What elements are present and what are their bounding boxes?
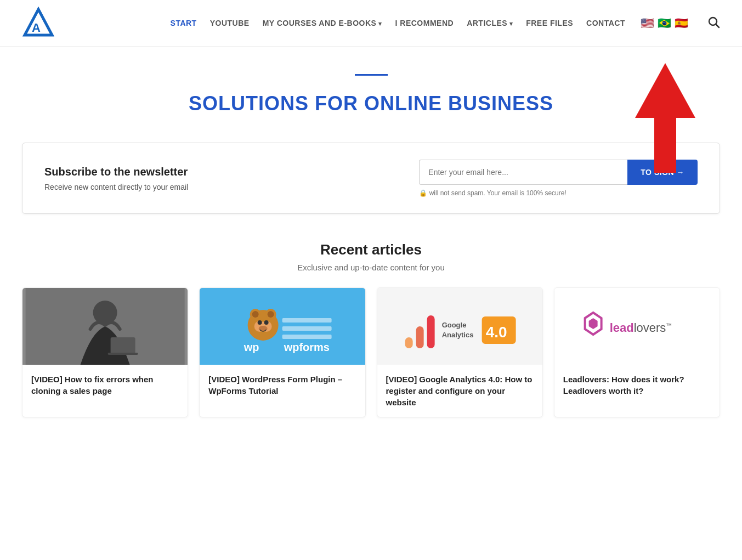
svg-text:leadlovers™: leadlovers™	[609, 321, 672, 335]
svg-text:wpforms: wpforms	[284, 341, 330, 353]
language-flags: 🇺🇸 🇧🇷 🇪🇸	[641, 16, 688, 30]
article-title-4: Leadlovers: How does it work? Leadlovers…	[563, 374, 711, 397]
article-title-3: [VIDEO] Google Analytics 4.0: How to reg…	[386, 374, 534, 408]
newsletter-section: Subscribe to the newsletter Receive new …	[22, 143, 720, 214]
recent-articles-title: Recent articles	[22, 241, 720, 258]
svg-rect-9	[26, 288, 185, 365]
nav-free-files[interactable]: FREE FILES	[526, 19, 573, 27]
recent-articles-section: Recent articles Exclusive and up-to-date…	[0, 230, 742, 439]
svg-rect-21	[282, 318, 332, 323]
article-body-1: [VIDEO] How to fix errors when cloning a…	[22, 365, 188, 405]
svg-text:Analytics: Analytics	[441, 331, 473, 339]
nav-youtube[interactable]: YOUTUBE	[210, 19, 250, 27]
svg-marker-4	[635, 63, 695, 173]
article-body-3: [VIDEO] Google Analytics 4.0: How to reg…	[377, 365, 542, 417]
header: A START YOUTUBE MY COURSES AND E-BOOKS I…	[0, 0, 742, 47]
red-arrow	[632, 58, 698, 180]
svg-point-19	[264, 320, 269, 325]
article-image-1	[22, 288, 188, 365]
article-image-3: Google Analytics 4.0	[377, 288, 542, 365]
logo[interactable]: A	[22, 7, 55, 39]
flag-br[interactable]: 🇧🇷	[658, 16, 671, 30]
article-image-2: wpforms wp	[200, 288, 365, 365]
svg-text:Google: Google	[441, 321, 466, 329]
flag-es[interactable]: 🇪🇸	[675, 16, 688, 30]
newsletter-heading: Subscribe to the newsletter	[44, 166, 188, 178]
flag-us[interactable]: 🇺🇸	[641, 16, 654, 30]
nav-articles[interactable]: ARTICLES	[467, 19, 513, 27]
svg-rect-29	[427, 315, 434, 348]
newsletter-subtext: Receive new content directly to your ema…	[44, 183, 188, 191]
svg-rect-22	[282, 326, 332, 331]
svg-point-15	[268, 311, 274, 318]
svg-point-20	[259, 326, 268, 331]
article-image-4: leadlovers™	[554, 288, 720, 365]
search-icon[interactable]	[707, 15, 720, 31]
svg-rect-28	[416, 326, 423, 348]
svg-rect-10	[203, 288, 362, 365]
newsletter-text: Subscribe to the newsletter Receive new …	[44, 166, 188, 191]
nav-contact[interactable]: CONTACT	[586, 19, 625, 27]
recent-articles-subtitle: Exclusive and up-to-date content for you	[22, 263, 720, 272]
svg-point-14	[252, 311, 259, 318]
main-nav: START YOUTUBE MY COURSES AND E-BOOKS I R…	[171, 15, 720, 31]
newsletter-security-text: 🔒 will not send spam. Your email is 100%…	[419, 189, 566, 197]
newsletter-email-input[interactable]	[419, 160, 627, 185]
article-body-4: Leadlovers: How does it work? Leadlovers…	[554, 365, 720, 405]
nav-courses[interactable]: MY COURSES AND E-BOOKS	[263, 19, 382, 27]
svg-line-3	[716, 25, 720, 28]
svg-text:A: A	[32, 21, 41, 35]
article-card-3[interactable]: Google Analytics 4.0 [VIDEO] Google Anal…	[377, 287, 543, 417]
hero-section: SOLUTIONS FOR ONLINE BUSINESS	[0, 47, 742, 132]
svg-rect-23	[282, 335, 332, 339]
hero-underline	[355, 74, 388, 76]
article-body-2: [VIDEO] WordPress Form Plugin – WpForms …	[200, 365, 365, 405]
nav-recommend[interactable]: I RECOMMEND	[395, 19, 454, 27]
svg-text:wp: wp	[243, 341, 259, 353]
articles-grid: [VIDEO] How to fix errors when cloning a…	[22, 287, 720, 417]
svg-text:4.0: 4.0	[485, 324, 507, 341]
hero-title: SOLUTIONS FOR ONLINE BUSINESS	[22, 92, 720, 115]
article-title-2: [VIDEO] WordPress Form Plugin – WpForms …	[208, 374, 356, 397]
nav-start[interactable]: START	[171, 19, 197, 27]
svg-rect-27	[405, 337, 412, 348]
article-card-4[interactable]: leadlovers™ Leadlovers: How does it work…	[554, 287, 720, 417]
article-card-1[interactable]: [VIDEO] How to fix errors when cloning a…	[22, 287, 188, 417]
article-title-1: [VIDEO] How to fix errors when cloning a…	[31, 374, 179, 397]
article-card-2[interactable]: wpforms wp [VIDEO] WordPress Form Plugin…	[199, 287, 365, 417]
svg-point-18	[258, 320, 262, 325]
